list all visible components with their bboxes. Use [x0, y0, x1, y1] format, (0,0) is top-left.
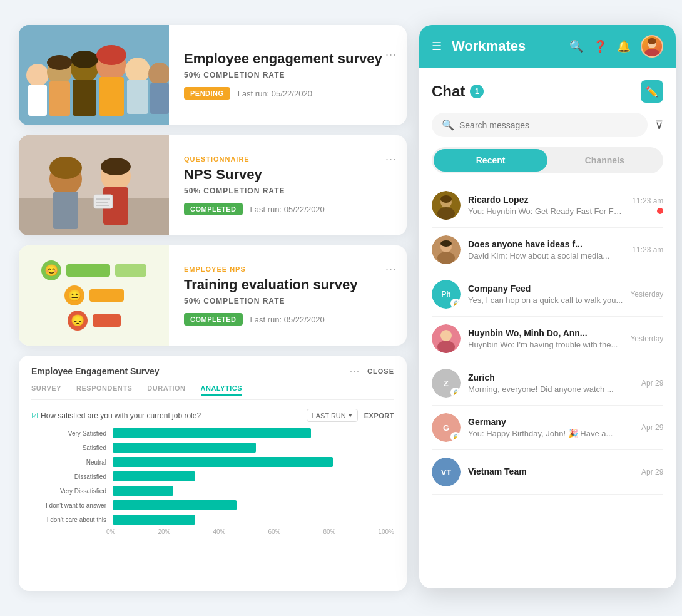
svg-point-22 — [101, 158, 131, 175]
lock-icon: 🔒 — [450, 388, 461, 398]
card-menu-1[interactable]: ··· — [385, 48, 397, 61]
conv-avatar: VT — [432, 458, 461, 486]
emoji-sad: 😞 — [68, 311, 88, 331]
card-image-nps: 😊 😐 😞 — [19, 245, 169, 346]
tab-analytics[interactable]: ANALYTICS — [201, 384, 242, 396]
svg-rect-24 — [94, 195, 113, 208]
conv-info: Germany You: Happy Birthday, John! 🎉 Hav… — [468, 417, 634, 438]
analytics-tabs: SURVEY RESPONDENTS DURATION ANALYTICS — [31, 384, 394, 400]
conv-name: Vietnam Team — [468, 466, 634, 476]
svg-point-9 — [125, 58, 150, 83]
survey-card-1[interactable]: ··· Employee engagement survey 50% COMPL… — [19, 25, 407, 125]
bar-track — [113, 471, 388, 481]
conv-name: Germany — [468, 417, 634, 427]
card-menu-2[interactable]: ··· — [385, 153, 397, 166]
bar-track — [113, 500, 388, 510]
analytics-close[interactable]: CLOSE — [367, 367, 394, 375]
help-icon[interactable]: ❓ — [593, 39, 607, 53]
compose-button[interactable]: ✏️ — [641, 80, 663, 103]
filter-icon[interactable]: ⊽ — [655, 118, 663, 132]
conv-item[interactable]: Z 🔒 Zurich Morning, everyone! Did anyone… — [432, 361, 663, 406]
svg-rect-8 — [99, 77, 124, 116]
bar-chart: Very SatisfiedSatisfiedNeutralDissatisfi… — [31, 428, 394, 525]
export-button[interactable]: EXPORT — [364, 412, 394, 419]
card-completion-1: 50% COMPLETION RATE — [184, 71, 392, 80]
hamburger-icon[interactable]: ☰ — [432, 39, 442, 53]
search-box[interactable]: 🔍 — [432, 113, 648, 137]
lock-icon: 🔒 — [450, 299, 461, 309]
svg-text:G: G — [443, 423, 449, 433]
bar-fill — [113, 457, 333, 467]
svg-rect-10 — [127, 80, 148, 114]
lock-icon: 🔒 — [450, 432, 461, 442]
conv-avatar — [432, 324, 461, 353]
card-lastrun-1: Last run: 05/22/2020 — [238, 89, 312, 98]
search-input[interactable] — [459, 120, 638, 130]
tab-survey[interactable]: SURVEY — [31, 384, 61, 396]
conv-item[interactable]: Ricardo Lopez You: Huynbin Wo: Get Ready… — [432, 183, 663, 228]
chat-section-title: Chat 1 — [432, 83, 484, 100]
conv-item[interactable]: Does anyone have ideas f... David Kim: H… — [432, 228, 663, 272]
conv-item[interactable]: Huynbin Wo, Minh Do, Ann... Huynbin Wo: … — [432, 317, 663, 361]
card-completion-2: 50% COMPLETION RATE — [184, 187, 392, 195]
user-avatar[interactable] — [641, 35, 663, 58]
bar-label: Satisfied — [38, 444, 106, 451]
bar-fill — [113, 486, 173, 496]
chart-question: How satisfied are you with your current … — [31, 411, 201, 420]
axis-60: 60% — [268, 528, 280, 535]
bar-orange — [89, 289, 124, 302]
svg-point-42 — [440, 330, 452, 341]
bar-track — [113, 443, 388, 453]
bar-row: Very Dissatisfied — [38, 486, 388, 496]
bar-track — [113, 486, 388, 496]
svg-point-14 — [96, 45, 126, 65]
card-menu-3[interactable]: ··· — [385, 263, 397, 276]
search-icon[interactable]: 🔍 — [569, 39, 583, 53]
svg-text:Ph: Ph — [441, 290, 450, 299]
svg-rect-6 — [73, 80, 96, 116]
svg-rect-20 — [53, 192, 78, 229]
bar-track — [113, 515, 388, 525]
analytics-card: Employee Engagement Survey ··· CLOSE SUR… — [19, 356, 407, 591]
svg-text:VT: VT — [441, 468, 452, 477]
survey-card-2[interactable]: ··· QUESTIONNAIRE NPS Survey 50% COMPLET… — [19, 135, 407, 235]
tab-duration[interactable]: DURATION — [147, 384, 185, 396]
svg-point-13 — [71, 51, 98, 68]
survey-card-3[interactable]: 😊 😐 😞 ··· EMPLOYEE NPS Training evaluati… — [19, 245, 407, 346]
tab-channels[interactable]: Channels — [547, 149, 661, 172]
conv-item[interactable]: VT Vietnam Team Apr 29 — [432, 450, 663, 495]
conv-meta: Apr 29 — [641, 379, 663, 388]
card-completion-3: 50% COMPLETION RATE — [184, 297, 392, 305]
bar-row: Neutral — [38, 457, 388, 467]
notification-icon[interactable]: 🔔 — [617, 39, 631, 53]
conv-name: Zurich — [468, 372, 634, 382]
conv-item[interactable]: Ph 🔒 Company Feed Yes, I can hop on a qu… — [432, 272, 663, 317]
tab-respondents[interactable]: RESPONDENTS — [76, 384, 132, 396]
conv-time: Apr 29 — [641, 423, 663, 432]
tab-recent[interactable]: Recent — [434, 149, 547, 172]
conv-name: Huynbin Wo, Minh Do, Ann... — [468, 328, 623, 338]
card-footer-3: COMPLETED Last run: 05/22/2020 — [184, 313, 392, 326]
survey-list: ··· Employee engagement survey 50% COMPL… — [19, 25, 407, 591]
svg-point-33 — [440, 195, 452, 203]
bar-fill — [113, 500, 237, 510]
app-title: Workmates — [452, 38, 559, 54]
conv-name: Company Feed — [468, 284, 623, 294]
bar-green-small — [115, 264, 146, 277]
conv-name: Does anyone have ideas f... — [468, 239, 624, 249]
svg-point-1 — [26, 64, 49, 86]
svg-text:Z: Z — [444, 379, 449, 388]
bar-label: Neutral — [38, 459, 106, 466]
bar-fill — [113, 443, 256, 453]
conv-item[interactable]: G 🔒 Germany You: Happy Birthday, John! 🎉… — [432, 406, 663, 450]
conv-avatar: G 🔒 — [432, 413, 461, 442]
analytics-menu[interactable]: ··· — [350, 366, 360, 377]
conv-time: 11:23 am — [632, 197, 663, 205]
conv-avatar: Z 🔒 — [432, 369, 461, 398]
unread-indicator — [657, 208, 663, 214]
nps-row-3: 😞 — [68, 311, 121, 331]
conv-avatar: Ph 🔒 — [432, 280, 461, 309]
svg-point-30 — [644, 49, 659, 56]
svg-point-19 — [49, 157, 82, 179]
last-run-button[interactable]: LAST RUN ▾ — [307, 409, 358, 422]
